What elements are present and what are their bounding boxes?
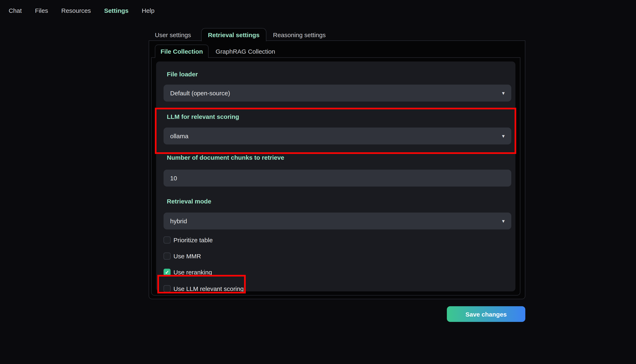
top-nav: Chat Files Resources Settings Help: [9, 6, 155, 15]
llm-scoring-dropdown[interactable]: ollama ▾: [164, 128, 511, 144]
use-mmr-checkbox[interactable]: ✓: [164, 252, 171, 260]
prioritize-table-checkbox-row[interactable]: ✓ Prioritize table: [164, 236, 213, 244]
nav-item-settings[interactable]: Settings: [104, 6, 129, 15]
nav-item-resources[interactable]: Resources: [61, 6, 91, 15]
llm-scoring-label: LLM for relevant scoring: [167, 114, 239, 120]
prioritize-table-label: Prioritize table: [174, 236, 213, 244]
num-chunks-value: 10: [170, 175, 505, 182]
use-reranking-checkbox-row[interactable]: ✓ Use reranking: [164, 269, 212, 276]
chevron-down-icon: ▾: [502, 90, 505, 96]
file-loader-dropdown[interactable]: Default (open-source) ▾: [164, 84, 511, 102]
retrieval-mode-dropdown[interactable]: hybrid ▾: [164, 212, 511, 230]
llm-scoring-value: ollama: [170, 133, 502, 139]
chevron-down-icon: ▾: [502, 133, 505, 139]
use-llm-scoring-checkbox-row[interactable]: ✓ Use LLM relevant scoring: [164, 285, 244, 292]
tab-file-collection[interactable]: File Collection: [155, 44, 209, 58]
retrieval-mode-value: hybrid: [170, 218, 502, 224]
tab-user-settings[interactable]: User settings: [155, 32, 191, 38]
check-icon: ✓: [165, 270, 169, 275]
nav-item-files[interactable]: Files: [35, 6, 48, 15]
nav-item-help[interactable]: Help: [142, 6, 155, 15]
use-mmr-label: Use MMR: [174, 252, 201, 260]
tab-retrieval-settings-label: Retrieval settings: [208, 31, 260, 38]
chevron-down-icon: ▾: [502, 218, 505, 224]
save-changes-button[interactable]: Save changes: [447, 306, 525, 322]
use-reranking-label: Use reranking: [174, 269, 212, 276]
prioritize-table-checkbox[interactable]: ✓: [164, 236, 171, 244]
file-loader-value: Default (open-source): [170, 90, 502, 96]
use-llm-scoring-checkbox[interactable]: ✓: [164, 285, 171, 292]
use-llm-scoring-label: Use LLM relevant scoring: [174, 285, 244, 292]
tab-file-collection-label: File Collection: [161, 48, 203, 55]
num-chunks-label: Number of document chunks to retrieve: [167, 154, 284, 161]
num-chunks-input[interactable]: 10: [164, 170, 511, 186]
nav-item-chat[interactable]: Chat: [9, 6, 22, 15]
retrieval-mode-label: Retrieval mode: [167, 198, 211, 205]
tab-retrieval-settings[interactable]: Retrieval settings: [201, 28, 266, 41]
retrieval-settings-card: File loader Default (open-source) ▾ LLM …: [156, 62, 515, 291]
use-reranking-checkbox[interactable]: ✓: [164, 269, 171, 276]
file-loader-label: File loader: [167, 71, 198, 78]
settings-page: Chat Files Resources Settings Help User …: [0, 0, 636, 364]
tab-reasoning-settings[interactable]: Reasoning settings: [273, 32, 326, 38]
tab-graphrag-collection[interactable]: GraphRAG Collection: [216, 48, 275, 55]
use-mmr-checkbox-row[interactable]: ✓ Use MMR: [164, 252, 201, 260]
